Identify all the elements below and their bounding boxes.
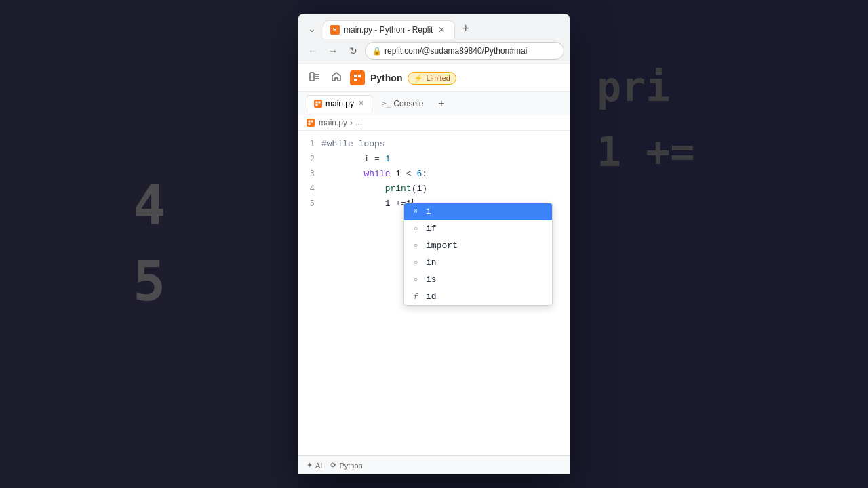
svg-rect-11	[311, 121, 313, 123]
svg-rect-10	[309, 121, 311, 123]
line-number-3: 3	[301, 169, 321, 178]
autocomplete-label-is: is	[426, 274, 437, 285]
python-status-label: Python	[339, 462, 362, 470]
add-tab-button[interactable]: +	[435, 98, 447, 110]
python-status-icon: ⟳	[330, 461, 336, 470]
autocomplete-label-import: import	[426, 241, 458, 251]
browser-tab-main[interactable]: R main.py - Python - Replit ✕	[323, 20, 455, 39]
file-tabs: main.py ✕ >_ Console +	[298, 92, 570, 115]
autocomplete-item-is[interactable]: ○ is	[404, 271, 552, 288]
sidebar-icon	[309, 71, 320, 82]
svg-rect-5	[358, 75, 361, 77]
file-tab-main[interactable]: main.py ✕	[307, 95, 372, 113]
tab-bar: ⌄ R main.py - Python - Replit ✕ +	[298, 14, 570, 38]
sidebar-toggle-button[interactable]	[307, 68, 323, 87]
breadcrumb-file: main.py	[319, 118, 347, 127]
svg-rect-6	[354, 79, 357, 81]
autocomplete-icon-is: ○	[411, 276, 420, 283]
forward-button[interactable]: →	[324, 42, 342, 60]
breadcrumb-ellipsis: ...	[355, 118, 362, 127]
breadcrumb: main.py › ...	[298, 115, 570, 131]
ai-icon: ✦	[307, 461, 313, 470]
lightning-icon: ⚡	[414, 74, 423, 83]
autocomplete-icon-import: ○	[411, 242, 420, 249]
svg-rect-4	[354, 75, 357, 77]
tab-dropdown-button[interactable]: ⌄	[304, 22, 320, 35]
code-editor[interactable]: 1 #while loops 2 i = 1 3 while i < 6: 4 …	[298, 131, 570, 455]
autocomplete-icon-i: ×	[411, 208, 420, 216]
tab-label: main.py - Python - Replit	[344, 25, 433, 35]
browser-chrome: ⌄ R main.py - Python - Replit ✕ + ← → ↻ …	[298, 14, 570, 64]
app-title: Python	[370, 73, 402, 83]
refresh-button[interactable]: ↻	[344, 42, 362, 60]
autocomplete-icon-id: f	[411, 293, 420, 301]
line-number-2: 2	[301, 154, 321, 163]
line-number-5: 5	[301, 199, 321, 208]
ai-label: AI	[315, 462, 322, 470]
console-tab[interactable]: >_ Console	[375, 96, 430, 112]
back-button[interactable]: ←	[304, 42, 321, 60]
autocomplete-label-id: id	[426, 291, 437, 302]
svg-rect-8	[319, 101, 321, 103]
svg-rect-12	[309, 123, 311, 125]
ai-status[interactable]: ✦ AI	[307, 461, 322, 470]
autocomplete-label-if: if	[426, 224, 437, 234]
browser-window: ⌄ R main.py - Python - Replit ✕ + ← → ↻ …	[298, 14, 570, 474]
autocomplete-dropdown: × i ○ if ○ import ○ in ○ is f id	[403, 203, 553, 306]
console-tab-label: Console	[393, 99, 423, 108]
autocomplete-label-in: in	[426, 258, 437, 268]
tab-close-button[interactable]: ✕	[437, 26, 446, 34]
replit-logo	[350, 70, 365, 85]
home-button[interactable]	[328, 68, 344, 87]
status-bar: ✦ AI ⟳ Python	[298, 455, 570, 474]
autocomplete-item-i[interactable]: × i	[404, 203, 552, 220]
file-tab-label: main.py	[326, 99, 354, 108]
url-bar[interactable]: 🔒 replit.com/@sudama89840/Python#mai	[365, 42, 564, 60]
url-text: replit.com/@sudama89840/Python#mai	[384, 46, 527, 56]
breadcrumb-separator: ›	[350, 118, 353, 127]
svg-rect-7	[316, 101, 318, 103]
code-line-5-content: 1 +=i	[321, 188, 413, 219]
bg-code-left: 45	[106, 141, 193, 347]
autocomplete-item-in[interactable]: ○ in	[404, 254, 552, 271]
limited-label: Limited	[426, 74, 450, 82]
background-left: 45	[0, 0, 298, 488]
limited-badge[interactable]: ⚡ Limited	[408, 72, 456, 85]
console-prefix-icon: >_	[382, 99, 391, 108]
svg-rect-0	[310, 73, 314, 81]
autocomplete-label-i: i	[426, 207, 431, 217]
background-right: pri1 +=	[570, 0, 868, 488]
bg-code-right: pri1 +=	[570, 0, 868, 239]
tab-favicon: R	[330, 25, 340, 35]
python-status[interactable]: ⟳ Python	[330, 461, 362, 470]
autocomplete-item-import[interactable]: ○ import	[404, 237, 552, 254]
autocomplete-item-if[interactable]: ○ if	[404, 220, 552, 237]
home-icon	[331, 71, 342, 82]
app-toolbar: Python ⚡ Limited	[298, 64, 570, 92]
address-bar: ← → ↻ 🔒 replit.com/@sudama89840/Python#m…	[298, 38, 570, 64]
file-tab-close-button[interactable]: ✕	[357, 100, 365, 107]
file-tab-favicon	[314, 100, 322, 108]
autocomplete-item-id[interactable]: f id	[404, 288, 552, 305]
autocomplete-icon-in: ○	[411, 259, 420, 266]
line-number-1: 1	[301, 139, 321, 148]
autocomplete-icon-if: ○	[411, 225, 420, 232]
new-tab-button[interactable]: +	[458, 22, 473, 36]
line-number-4: 4	[301, 184, 321, 193]
svg-rect-9	[316, 104, 318, 106]
breadcrumb-icon	[307, 119, 315, 127]
